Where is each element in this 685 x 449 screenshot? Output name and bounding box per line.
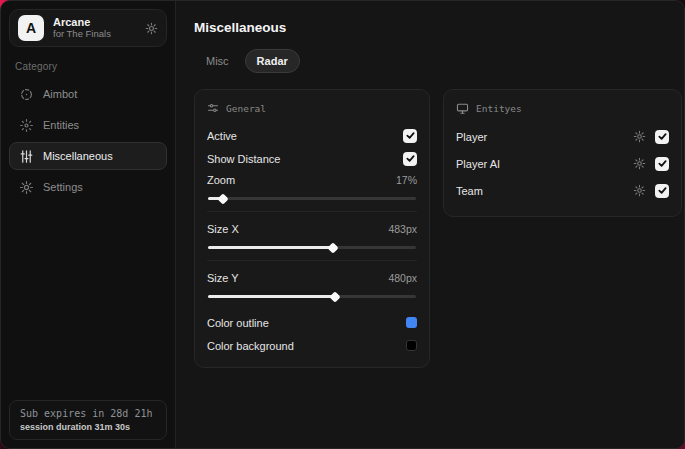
sidebar: A Arcane for The Finals Category Aimbot — [1, 1, 176, 448]
subscription-footer: Sub expires in 28d 21h session duration … — [9, 400, 167, 440]
slider-label: Size Y — [207, 272, 239, 284]
sidebar-item-aimbot[interactable]: Aimbot — [9, 80, 167, 108]
size-y-slider-group: Size Y 480px — [207, 268, 417, 309]
slider-thumb[interactable] — [217, 193, 228, 204]
tab-radar[interactable]: Radar — [245, 49, 300, 73]
player-ai-checkbox[interactable] — [655, 157, 669, 171]
sidebar-item-label: Entities — [43, 119, 79, 131]
gear-icon[interactable] — [633, 130, 646, 143]
sliders-icon — [19, 149, 34, 164]
panels-row: General Active Show Distance Z — [194, 89, 682, 368]
slider-fill — [208, 246, 333, 249]
slider-value: 480px — [388, 272, 417, 284]
toggle-row-active: Active — [207, 124, 417, 147]
color-background-row: Color background — [207, 334, 417, 357]
entity-row-team: Team — [456, 179, 669, 202]
general-panel-title: General — [226, 103, 266, 114]
toggle-label: Active — [207, 130, 237, 142]
slider-label-row: Zoom 17% — [207, 170, 417, 190]
color-outline-swatch[interactable] — [406, 317, 417, 328]
general-panel-header: General — [207, 102, 417, 114]
sidebar-item-label: Miscellaneous — [43, 150, 113, 162]
sidebar-item-settings[interactable]: Settings — [9, 173, 167, 201]
profile-text: Arcane for The Finals — [53, 16, 136, 40]
color-label: Color background — [207, 340, 294, 352]
entity-label: Player — [456, 131, 633, 143]
entity-row-player: Player — [456, 125, 669, 148]
page-title: Miscellaneous — [194, 20, 682, 35]
gear-icon — [19, 180, 34, 195]
entity-label: Team — [456, 185, 633, 197]
crosshair-icon — [19, 87, 34, 102]
sidebar-item-entities[interactable]: Entities — [9, 111, 167, 139]
show-distance-checkbox[interactable] — [403, 152, 417, 166]
entities-panel: Entityes Player Player AI — [443, 89, 682, 217]
active-checkbox[interactable] — [403, 129, 417, 143]
gear-icon[interactable] — [633, 184, 646, 197]
slider-thumb[interactable] — [329, 291, 340, 302]
general-panel: General Active Show Distance Z — [194, 89, 430, 368]
toggle-row-show-distance: Show Distance — [207, 147, 417, 170]
main-content: Miscellaneous Misc Radar General — [176, 1, 685, 448]
app-subtitle: for The Finals — [53, 29, 136, 40]
slider-label: Size X — [207, 223, 239, 235]
entity-row-player-ai: Player AI — [456, 152, 669, 175]
sidebar-item-label: Aimbot — [43, 88, 77, 100]
team-checkbox[interactable] — [655, 184, 669, 198]
tab-bar: Misc Radar — [194, 49, 682, 73]
entity-label: Player AI — [456, 158, 633, 170]
zoom-slider[interactable] — [208, 197, 416, 200]
size-x-slider-group: Size X 483px — [207, 219, 417, 261]
color-background-swatch[interactable] — [406, 340, 417, 351]
app-logo: A — [18, 15, 44, 41]
slider-fill — [208, 295, 335, 298]
size-y-slider[interactable] — [208, 295, 416, 298]
sidebar-item-miscellaneous[interactable]: Miscellaneous — [9, 142, 167, 170]
color-outline-row: Color outline — [207, 311, 417, 334]
size-x-slider[interactable] — [208, 246, 416, 249]
profile-card: A Arcane for The Finals — [9, 9, 167, 47]
monitor-icon — [456, 102, 469, 115]
slider-value: 17% — [396, 174, 417, 186]
zoom-slider-group: Zoom 17% — [207, 170, 417, 212]
slider-label-row: Size X 483px — [207, 219, 417, 239]
slider-label-row: Size Y 480px — [207, 268, 417, 288]
category-label: Category — [15, 61, 161, 72]
sidebar-item-label: Settings — [43, 181, 83, 193]
gear-icon[interactable] — [633, 157, 646, 170]
sliders-horizontal-icon — [207, 102, 219, 114]
slider-label: Zoom — [207, 174, 235, 186]
player-checkbox[interactable] — [655, 130, 669, 144]
gear-icon[interactable] — [145, 22, 158, 35]
session-duration-text: session duration 31m 30s — [20, 422, 156, 432]
slider-value: 483px — [388, 223, 417, 235]
sub-expiry-text: Sub expires in 28d 21h — [20, 408, 156, 419]
tab-misc[interactable]: Misc — [194, 49, 241, 73]
app-window: A Arcane for The Finals Category Aimbot — [0, 0, 685, 449]
scan-icon — [19, 118, 34, 133]
color-label: Color outline — [207, 317, 269, 329]
entities-panel-title: Entityes — [476, 103, 522, 114]
slider-thumb[interactable] — [327, 242, 338, 253]
toggle-label: Show Distance — [207, 153, 280, 165]
app-title: Arcane — [53, 16, 136, 29]
entities-panel-header: Entityes — [456, 102, 669, 115]
